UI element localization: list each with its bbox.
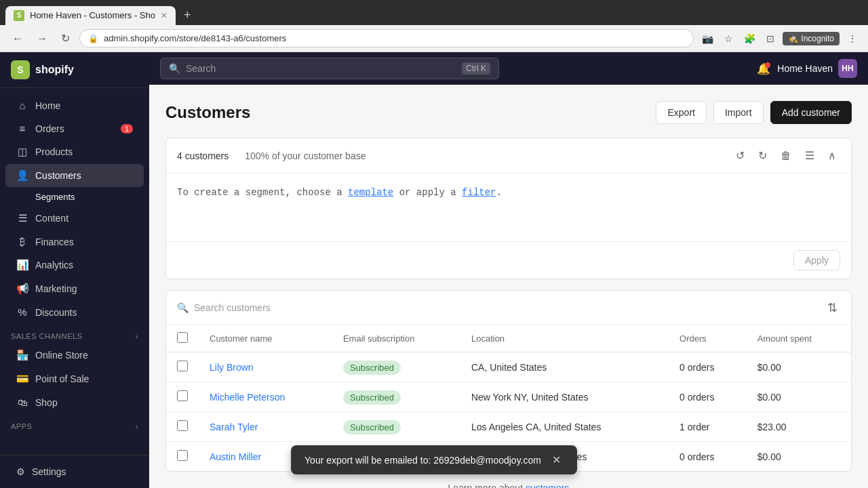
- sidebar-item-label-customers: Customers: [35, 170, 81, 181]
- table-search-bar[interactable]: 🔍 ⇅: [166, 291, 851, 325]
- segment-toolbar: 4 customers 100% of your customer base ↺…: [166, 138, 851, 174]
- sidebar-item-point-of-sale[interactable]: 💳 Point of Sale: [5, 367, 144, 390]
- col-orders: Orders: [669, 325, 747, 352]
- search-bar[interactable]: 🔍 Ctrl K: [160, 58, 499, 79]
- sort-btn[interactable]: ⇅: [825, 298, 840, 318]
- collapse-btn[interactable]: ∧: [824, 146, 840, 165]
- sidebar-item-label-products: Products: [35, 146, 73, 157]
- sidebar-item-analytics[interactable]: 📊 Analytics: [5, 253, 144, 277]
- table-search-input[interactable]: [194, 302, 819, 313]
- undo-btn[interactable]: ↺: [732, 146, 749, 165]
- address-bar[interactable]: 🔒 admin.shopify.com/store/de8143-a6/cust…: [79, 29, 694, 47]
- orders-3: 0 orders: [669, 442, 747, 472]
- content-icon: ☰: [16, 212, 28, 224]
- back-btn[interactable]: ←: [8, 30, 27, 47]
- customers-count: 4 customers: [177, 150, 229, 161]
- notification-btn[interactable]: 🔔: [757, 62, 770, 75]
- row-checkbox-3[interactable]: [177, 450, 188, 461]
- sidebar-item-home[interactable]: ⌂ Home: [5, 94, 144, 117]
- menu-btn[interactable]: ⋮: [845, 30, 860, 47]
- tab-favicon: S: [14, 10, 24, 21]
- import-btn[interactable]: Import: [713, 101, 764, 124]
- screen-cast-btn[interactable]: 📷: [699, 30, 716, 47]
- header-actions: Export Import Add customer: [656, 101, 852, 124]
- apps-expand-icon[interactable]: ›: [136, 422, 138, 430]
- sales-channels-label: Sales channels: [11, 332, 82, 340]
- filter-link[interactable]: filter: [462, 187, 496, 198]
- delete-segment-btn[interactable]: 🗑: [776, 147, 795, 165]
- sidebar-item-discounts[interactable]: % Discounts: [5, 301, 144, 323]
- row-checkbox-2[interactable]: [177, 420, 188, 431]
- shopify-logo[interactable]: S shopify: [11, 60, 74, 79]
- sales-channels-expand-icon[interactable]: ›: [136, 332, 138, 340]
- extensions-btn[interactable]: 🧩: [741, 30, 758, 47]
- page-title: Customers: [165, 103, 250, 122]
- sidebar-item-customers[interactable]: 👤 Customers: [5, 164, 144, 187]
- new-tab-btn[interactable]: +: [178, 5, 197, 25]
- col-location: Location: [460, 325, 669, 352]
- row-checkbox-1[interactable]: [177, 390, 188, 401]
- sidebar-item-content[interactable]: ☰ Content: [5, 207, 144, 230]
- customer-name-1[interactable]: Michelle Peterson: [210, 392, 285, 403]
- sidebar-item-settings[interactable]: ⚙ Settings: [5, 461, 144, 483]
- marketing-icon: 📢: [16, 283, 28, 295]
- sidebar-item-label-orders: Orders: [35, 123, 64, 134]
- sidebar-item-finances[interactable]: ₿ Finances: [5, 230, 144, 253]
- table-row[interactable]: Michelle Peterson Subscribed New York NY…: [166, 382, 851, 412]
- table-header: Customer name Email subscription Locatio…: [166, 325, 851, 352]
- refresh-btn[interactable]: ↻: [57, 29, 74, 47]
- settings-icon: ⚙: [16, 466, 25, 477]
- segments-label: Segments: [35, 192, 75, 202]
- incognito-label: Incognito: [801, 34, 834, 43]
- customer-name-3[interactable]: Austin Miller: [210, 451, 261, 462]
- split-view-btn[interactable]: ⊡: [764, 30, 777, 47]
- sidebar-item-orders[interactable]: ≡ Orders 1: [5, 117, 144, 140]
- orders-1: 0 orders: [669, 382, 747, 412]
- sidebar: S shopify ⌂ Home ≡ Orders 1 ◫ Products 👤…: [0, 52, 149, 488]
- select-all-checkbox[interactable]: [177, 332, 188, 343]
- url-text: admin.shopify.com/store/de8143-a6/custom…: [104, 33, 286, 43]
- search-input[interactable]: [186, 63, 456, 74]
- customer-name-0[interactable]: Lily Brown: [210, 362, 254, 373]
- page-header: Customers Export Import Add customer: [165, 101, 852, 124]
- tab-title: Home Haven - Customers - Sho: [30, 10, 155, 20]
- incognito-icon: 🕵: [788, 34, 798, 43]
- export-btn[interactable]: Export: [656, 101, 706, 124]
- store-badge[interactable]: Home Haven HH: [777, 59, 857, 78]
- apply-btn[interactable]: Apply: [793, 250, 840, 270]
- col-amount: Amount spent: [747, 325, 851, 352]
- customers-learn-more-link[interactable]: customers: [526, 483, 570, 488]
- filter-btn[interactable]: ☰: [801, 146, 818, 165]
- customer-name-2[interactable]: Sarah Tyler: [210, 422, 258, 432]
- add-customer-btn[interactable]: Add customer: [770, 101, 852, 124]
- table-row[interactable]: Lily Brown Subscribed CA, United States …: [166, 352, 851, 382]
- shop-icon: 🛍: [16, 396, 28, 408]
- app: S shopify ⌂ Home ≡ Orders 1 ◫ Products 👤…: [0, 52, 868, 488]
- table-row[interactable]: Sarah Tyler Subscribed Los Angeles CA, U…: [166, 412, 851, 442]
- forward-btn[interactable]: →: [33, 30, 52, 47]
- sidebar-item-segments[interactable]: Segments: [5, 188, 144, 206]
- redo-btn[interactable]: ↻: [754, 146, 771, 165]
- active-tab[interactable]: S Home Haven - Customers - Sho ✕: [5, 6, 176, 25]
- sidebar-item-products[interactable]: ◫ Products: [5, 140, 144, 163]
- tab-close-btn[interactable]: ✕: [161, 11, 167, 20]
- sidebar-item-label-online-store: Online Store: [35, 350, 88, 361]
- template-link[interactable]: template: [348, 187, 393, 198]
- export-toast: Your export will be emailed to: 26929deb…: [291, 445, 577, 474]
- location-1: New York NY, United States: [460, 382, 669, 412]
- sidebar-header: S shopify: [0, 52, 149, 88]
- store-avatar: HH: [838, 59, 857, 78]
- toast-close-btn[interactable]: ✕: [549, 453, 564, 466]
- amount-0: $0.00: [747, 352, 851, 382]
- orders-icon: ≡: [16, 123, 28, 134]
- row-checkbox-0[interactable]: [177, 361, 188, 371]
- table-search-icon: 🔍: [177, 302, 189, 313]
- sidebar-item-shop[interactable]: 🛍 Shop: [5, 391, 144, 413]
- sidebar-item-online-store[interactable]: 🏪 Online Store: [5, 344, 144, 367]
- sidebar-item-marketing[interactable]: 📢 Marketing: [5, 277, 144, 300]
- orders-badge: 1: [121, 124, 133, 134]
- bookmark-btn[interactable]: ☆: [722, 30, 736, 47]
- store-initials: HH: [842, 64, 853, 73]
- hint-middle: or apply a: [393, 187, 462, 198]
- location-2: Los Angeles CA, United States: [460, 412, 669, 442]
